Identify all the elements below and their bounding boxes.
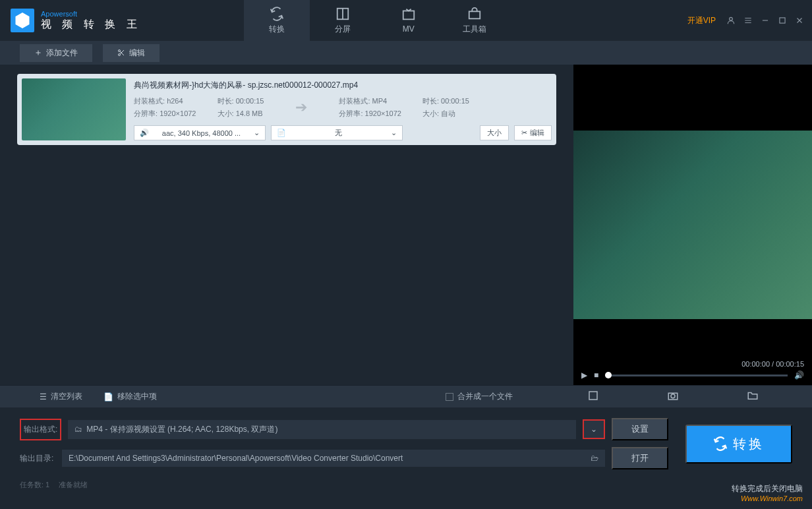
volume-button[interactable]: 🔊 [794,371,804,380]
tab-mv[interactable]: MV [376,0,442,41]
output-dir-label: 输出目录: [20,453,55,464]
size-button[interactable]: 大小 [480,125,509,140]
svg-point-11 [671,394,675,398]
item-edit-button[interactable]: ✂编辑 [514,125,552,140]
minimize-icon[interactable] [761,16,770,25]
settings-button[interactable]: 设置 [612,418,668,440]
browse-folder-icon[interactable]: 🗁 [591,454,598,463]
file-thumbnail [22,78,126,140]
chevron-down-icon: ⌄ [254,129,260,137]
logo-title: 视 频 转 换 王 [41,18,141,32]
watermark: 转换完成后关闭电脑 Www.Winwin7.com [732,483,803,502]
maximize-icon[interactable] [778,16,787,25]
svg-point-8 [119,54,121,56]
arrow-right-icon: ➔ [285,99,318,116]
tab-split-label: 分屏 [335,24,351,35]
status-text: 准备就绪 [59,480,88,490]
output-dir-field[interactable]: E:\Document And Settings3\Administrator\… [62,450,605,467]
seek-bar[interactable] [605,374,788,376]
user-icon[interactable] [726,16,736,25]
convert-button[interactable]: 转换 [685,425,792,464]
preview-time: 00:00:00 / 00:00:15 [581,360,804,371]
clear-icon: ☰ [40,392,47,402]
tab-toolbox-label: 工具箱 [463,24,486,35]
camera-icon[interactable] [667,390,679,404]
refresh-icon [713,436,728,451]
tab-split[interactable]: 分屏 [310,0,376,41]
folder-icon[interactable] [747,390,759,404]
toolbar: 添加文件 编辑 [0,41,812,65]
remove-selected-button[interactable]: 📄 移除选中项 [103,391,157,402]
output-format-field: 🗂 MP4 - 保持源视频设置 (H.264; AAC, 128Kbps, 双声… [68,420,576,439]
logo-brand: Apowersoft [41,10,141,18]
task-count: 任务数: 1 [20,480,49,490]
svg-rect-3 [469,11,480,18]
scissors-icon [117,49,125,57]
preview-pane: 00:00:00 / 00:00:15 ▶ ■ 🔊 [573,65,812,385]
preview-video [573,131,812,319]
stop-button[interactable]: ■ [594,371,598,380]
subtitle-dropdown[interactable]: 📄 无 ⌄ [271,125,403,140]
clear-list-button[interactable]: ☰ 清空列表 [40,391,82,402]
list-actions: ☰ 清空列表 📄 移除选中项 合并成一个文件 [0,385,812,407]
chevron-down-icon: ⌄ [391,129,397,137]
chevron-down-icon: ⌄ [591,425,597,434]
svg-point-4 [730,17,733,20]
file-name: 典尚视频素材网-}hd大海的风暴- sp.jzsc.net000012-0000… [134,78,552,96]
crop-icon[interactable] [587,390,599,404]
subtitle-icon: 📄 [277,129,286,137]
open-button[interactable]: 打开 [612,447,668,469]
tab-convert[interactable]: 转换 [244,0,310,41]
menu-icon[interactable] [743,16,753,25]
main-tabs: 转换 分屏 MV 工具箱 [244,0,508,41]
output-format-dropdown[interactable]: ⌄ [583,419,605,439]
tab-mv-label: MV [403,24,415,34]
output-format-label: 输出格式: [20,419,61,440]
remove-icon: 📄 [103,392,113,402]
titlebar: Apowersoft 视 频 转 换 王 转换 分屏 MV 工具箱 开通VIP [0,0,812,41]
merge-checkbox[interactable]: 合并成一个文件 [446,391,513,402]
svg-point-7 [119,50,121,52]
logo-icon [11,9,34,32]
edit-button[interactable]: 编辑 [103,44,160,62]
tab-convert-label: 转换 [269,24,285,35]
svg-rect-2 [403,11,415,20]
close-icon[interactable] [795,16,804,25]
checkbox-icon [446,393,453,401]
format-icon: 🗂 [74,425,82,434]
tab-toolbox[interactable]: 工具箱 [442,0,508,41]
app-logo: Apowersoft 视 频 转 换 王 [0,0,152,41]
file-list: 典尚视频素材网-}hd大海的风暴- sp.jzsc.net000012-0000… [0,65,573,385]
audio-dropdown[interactable]: 🔊 aac, 340 Kbps, 48000 ... ⌄ [134,125,266,140]
svg-rect-9 [589,392,597,400]
scissors-icon: ✂ [521,129,527,137]
file-item[interactable]: 典尚视频素材网-}hd大海的风暴- sp.jzsc.net000012-0000… [17,74,556,145]
status-bar: 任务数: 1 准备就绪 [0,475,812,495]
audio-icon: 🔊 [140,129,149,137]
footer: 输出格式: 🗂 MP4 - 保持源视频设置 (H.264; AAC, 128Kb… [0,407,812,475]
svg-rect-6 [780,18,785,23]
add-file-button[interactable]: 添加文件 [20,44,92,62]
plus-icon [34,49,42,57]
vip-button[interactable]: 开通VIP [685,14,718,28]
play-button[interactable]: ▶ [581,371,587,380]
